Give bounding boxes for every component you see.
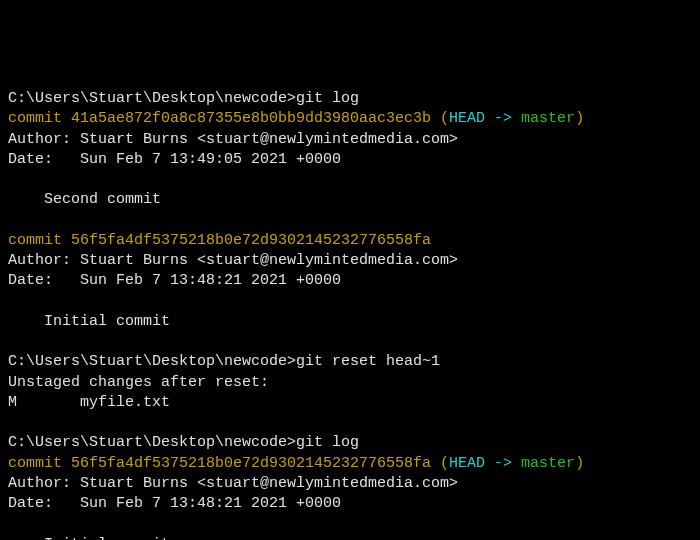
date-line: Date: Sun Feb 7 13:49:05 2021 +0000 — [8, 150, 692, 170]
command-line-2[interactable]: C:\Users\Stuart\Desktop\newcode>git rese… — [8, 352, 692, 372]
author-line: Author: Stuart Burns <stuart@newlyminted… — [8, 474, 692, 494]
prompt-3: C:\Users\Stuart\Desktop\newcode> — [8, 434, 296, 451]
commit-label: commit — [8, 110, 71, 127]
head-ref: HEAD -> — [449, 455, 521, 472]
commit-message: Initial commit — [8, 312, 692, 332]
command-line-1[interactable]: C:\Users\Stuart\Desktop\newcode>git log — [8, 89, 692, 109]
blank-line — [8, 211, 692, 231]
author-line: Author: Stuart Burns <stuart@newlyminted… — [8, 130, 692, 150]
prompt-1: C:\Users\Stuart\Desktop\newcode> — [8, 90, 296, 107]
command-2: git reset head~1 — [296, 353, 440, 370]
paren-close: ) — [575, 455, 584, 472]
blank-line — [8, 332, 692, 352]
commit-line-1: commit 41a5ae872f0a8c87355e8b0bb9dd3980a… — [8, 109, 692, 129]
command-1: git log — [296, 90, 359, 107]
commit-hash: 41a5ae872f0a8c87355e8b0bb9dd3980aac3ec3b — [71, 110, 431, 127]
blank-line — [8, 514, 692, 534]
blank-line — [8, 170, 692, 190]
paren-open: ( — [431, 455, 449, 472]
commit-label: commit — [8, 232, 71, 249]
branch-name: master — [521, 110, 575, 127]
commit-line-2: commit 56f5fa4df5375218b0e72d93021452327… — [8, 231, 692, 251]
head-ref: HEAD -> — [449, 110, 521, 127]
commit-hash: 56f5fa4df5375218b0e72d9302145232776558fa — [71, 455, 431, 472]
blank-line — [8, 413, 692, 433]
commit-message: Initial commit — [8, 535, 692, 541]
command-3: git log — [296, 434, 359, 451]
author-line: Author: Stuart Burns <stuart@newlyminted… — [8, 251, 692, 271]
reset-output-2: M myfile.txt — [8, 393, 692, 413]
branch-name: master — [521, 455, 575, 472]
prompt-2: C:\Users\Stuart\Desktop\newcode> — [8, 353, 296, 370]
commit-label: commit — [8, 455, 71, 472]
commit-line-3: commit 56f5fa4df5375218b0e72d93021452327… — [8, 454, 692, 474]
paren-close: ) — [575, 110, 584, 127]
command-line-3[interactable]: C:\Users\Stuart\Desktop\newcode>git log — [8, 433, 692, 453]
paren-open: ( — [431, 110, 449, 127]
commit-hash: 56f5fa4df5375218b0e72d9302145232776558fa — [71, 232, 431, 249]
commit-message: Second commit — [8, 190, 692, 210]
reset-output-1: Unstaged changes after reset: — [8, 373, 692, 393]
blank-line — [8, 292, 692, 312]
date-line: Date: Sun Feb 7 13:48:21 2021 +0000 — [8, 271, 692, 291]
date-line: Date: Sun Feb 7 13:48:21 2021 +0000 — [8, 494, 692, 514]
